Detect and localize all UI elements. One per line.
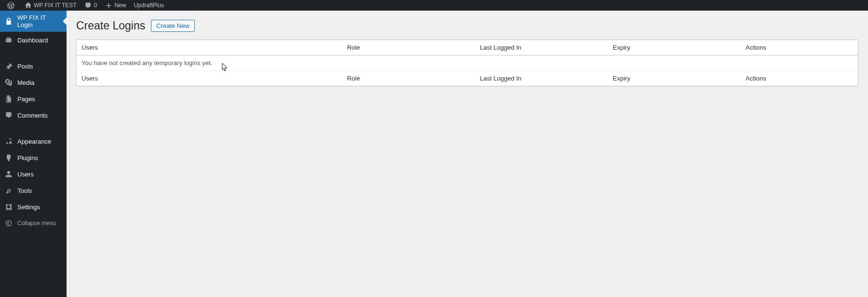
table-header-row: Users Role Last Logged In Expiry Actions xyxy=(77,40,858,55)
comment-icon xyxy=(84,1,92,9)
menu-item-settings[interactable]: Settings xyxy=(0,199,67,215)
menu-label: Comments xyxy=(17,112,48,119)
col-role[interactable]: Role xyxy=(342,71,475,86)
empty-message: You have not created any temporary login… xyxy=(77,55,858,71)
media-icon xyxy=(4,78,14,87)
logins-table: Users Role Last Logged In Expiry Actions… xyxy=(76,40,858,86)
menu-item-collapse[interactable]: Collapse menu xyxy=(0,215,67,231)
menu-item-tools[interactable]: Tools xyxy=(0,182,67,199)
svg-point-0 xyxy=(6,220,11,226)
menu-label: Collapse menu xyxy=(17,220,56,227)
menu-item-pages[interactable]: Pages xyxy=(0,91,67,107)
menu-label: Settings xyxy=(17,203,40,211)
new-content-link[interactable]: New xyxy=(101,0,130,11)
menu-item-wpfixit-login[interactable]: WP FIX IT Login xyxy=(0,11,67,32)
col-expiry[interactable]: Expiry xyxy=(608,40,741,55)
menu-separator xyxy=(0,123,67,133)
menu-label: Plugins xyxy=(17,154,38,162)
pin-icon xyxy=(4,61,14,71)
menu-item-plugins[interactable]: Plugins xyxy=(0,149,67,166)
new-label: New xyxy=(114,2,126,9)
menu-label: Posts xyxy=(17,63,33,70)
menu-label: Users xyxy=(17,171,34,178)
menu-item-users[interactable]: Users xyxy=(0,166,67,182)
menu-item-dashboard[interactable]: Dashboard xyxy=(0,32,67,48)
plus-icon xyxy=(105,1,112,9)
comments-count: 0 xyxy=(94,2,97,9)
settings-icon xyxy=(4,202,14,212)
site-name-link[interactable]: WP FIX IT TEST xyxy=(20,0,81,11)
menu-item-posts[interactable]: Posts xyxy=(0,58,67,74)
menu-item-appearance[interactable]: Appearance xyxy=(0,133,67,149)
lock-icon xyxy=(4,16,14,26)
wordpress-icon xyxy=(7,1,14,9)
menu-label: Tools xyxy=(17,187,32,194)
menu-label: Pages xyxy=(17,95,35,103)
home-icon xyxy=(24,1,32,9)
menu-separator xyxy=(0,48,67,58)
updraftplus-label: UpdraftPlus xyxy=(134,2,164,9)
site-name-text: WP FIX IT TEST xyxy=(34,2,77,9)
col-actions[interactable]: Actions xyxy=(741,71,858,86)
menu-label: Dashboard xyxy=(17,37,48,44)
menu-label: Appearance xyxy=(17,138,51,145)
empty-row: You have not created any temporary login… xyxy=(77,55,858,71)
admin-sidebar: WP FIX IT Login Dashboard Posts Media xyxy=(0,11,67,297)
collapse-icon xyxy=(4,218,14,228)
col-users[interactable]: Users xyxy=(77,71,342,86)
admin-bar: WP FIX IT TEST 0 New UpdraftPlus xyxy=(0,0,868,11)
create-new-button[interactable]: Create New xyxy=(151,20,195,32)
col-last-logged-in[interactable]: Last Logged In xyxy=(475,40,608,55)
col-actions[interactable]: Actions xyxy=(741,40,858,55)
updraftplus-link[interactable]: UpdraftPlus xyxy=(130,0,168,11)
menu-label: Media xyxy=(17,79,34,86)
menu-label: WP FIX IT Login xyxy=(17,14,63,28)
plugins-icon xyxy=(4,153,14,162)
content-area: Create Logins Create New Users Role Last… xyxy=(67,11,868,297)
col-users[interactable]: Users xyxy=(77,40,342,55)
col-role[interactable]: Role xyxy=(342,40,475,55)
table-footer-row: Users Role Last Logged In Expiry Actions xyxy=(77,71,858,86)
wp-logo[interactable] xyxy=(3,0,20,11)
col-expiry[interactable]: Expiry xyxy=(608,71,741,86)
appearance-icon xyxy=(4,136,14,146)
tools-icon xyxy=(4,186,14,195)
dashboard-icon xyxy=(4,35,14,45)
menu-item-comments[interactable]: Comments xyxy=(0,107,67,123)
users-icon xyxy=(4,169,14,179)
col-last-logged-in[interactable]: Last Logged In xyxy=(475,71,608,86)
pages-icon xyxy=(4,94,14,104)
menu-item-media[interactable]: Media xyxy=(0,74,67,91)
comments-icon xyxy=(4,110,14,120)
page-title: Create Logins xyxy=(76,19,145,32)
comments-link[interactable]: 0 xyxy=(81,0,101,11)
page-header: Create Logins Create New xyxy=(76,19,858,32)
